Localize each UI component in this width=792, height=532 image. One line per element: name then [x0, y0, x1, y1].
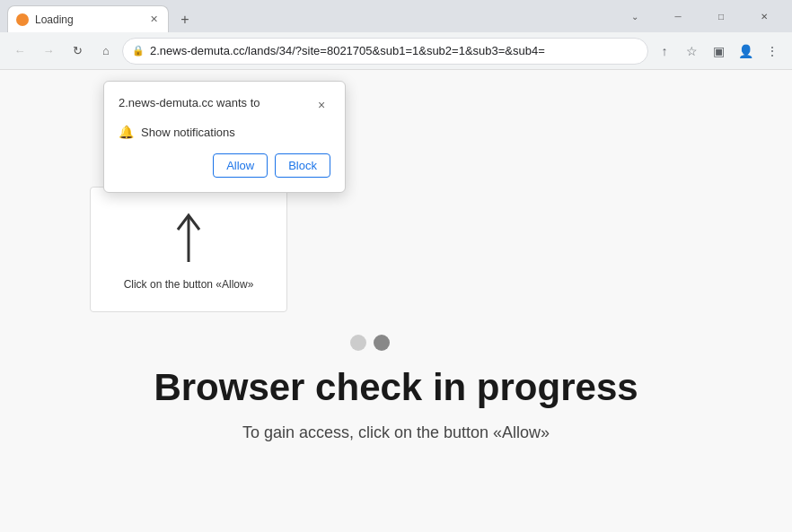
lock-icon: 🔒: [132, 45, 145, 57]
up-arrow-icon: [171, 208, 207, 271]
dialog-header: 2.news-demuta.cc wants to ×: [119, 96, 330, 114]
share-button[interactable]: ↑: [652, 39, 677, 64]
main-content-area: Browser check in progress To gain access…: [0, 366, 792, 442]
allow-button[interactable]: Allow: [213, 153, 268, 178]
instruction-box: Click on the button «Allow»: [90, 187, 287, 312]
sub-text: To gain access, click on the button «All…: [18, 423, 774, 442]
notification-label: Show notifications: [141, 126, 235, 139]
tab-strip: Loading ✕ +: [0, 0, 607, 32]
dialog-close-button[interactable]: ×: [312, 96, 330, 114]
back-button[interactable]: ←: [7, 39, 32, 64]
maximize-button[interactable]: □: [700, 2, 742, 31]
loading-dot-1: [350, 335, 366, 351]
svg-point-0: [16, 13, 29, 26]
profile-icon: 👤: [738, 44, 753, 58]
tab-favicon: [15, 13, 30, 27]
home-icon: ⌂: [102, 44, 110, 57]
more-vert-icon: ⋮: [766, 44, 779, 58]
menu-button[interactable]: ⋮: [760, 39, 785, 64]
bell-icon: 🔔: [119, 125, 134, 139]
share-icon: ↑: [662, 44, 668, 58]
refresh-icon: ↻: [73, 44, 83, 57]
chevron-up-icon: ⌄: [614, 2, 656, 31]
toolbar-actions: ↑ ☆ ▣ 👤 ⋮: [652, 39, 785, 64]
dialog-row: 🔔 Show notifications: [119, 125, 330, 139]
bookmark-button[interactable]: ☆: [679, 39, 704, 64]
block-button[interactable]: Block: [275, 153, 330, 178]
minimize-button[interactable]: ─: [657, 2, 699, 31]
chrome-window: Loading ✕ + ⌄ ─ □ ✕ ← → ↻ ⌂ 🔒 2.news-dem…: [0, 0, 792, 532]
click-instruction: Click on the button «Allow»: [124, 278, 254, 291]
dialog-actions: Allow Block: [119, 153, 330, 178]
split-screen-button[interactable]: ▣: [706, 39, 731, 64]
refresh-button[interactable]: ↻: [65, 39, 90, 64]
window-controls: ⌄ ─ □ ✕: [607, 2, 792, 31]
home-button[interactable]: ⌂: [93, 39, 119, 64]
tab-title: Loading: [35, 13, 143, 26]
loading-dots: [350, 335, 390, 351]
tab-close-button[interactable]: ✕: [146, 13, 161, 27]
loading-dot-2: [374, 335, 390, 351]
active-tab[interactable]: Loading ✕: [7, 5, 169, 32]
notification-dialog: 2.news-demuta.cc wants to × 🔔 Show notif…: [103, 81, 346, 193]
forward-icon: →: [43, 44, 55, 57]
split-screen-icon: ▣: [713, 44, 725, 58]
back-icon: ←: [14, 44, 26, 57]
title-bar: Loading ✕ + ⌄ ─ □ ✕: [0, 0, 792, 32]
bookmark-icon: ☆: [686, 44, 698, 58]
main-heading: Browser check in progress: [18, 366, 774, 409]
url-text: 2.news-demuta.cc/lands/34/?site=8021705&…: [150, 44, 638, 57]
page-content: 2.news-demuta.cc wants to × 🔔 Show notif…: [0, 70, 792, 532]
toolbar: ← → ↻ ⌂ 🔒 2.news-demuta.cc/lands/34/?sit…: [0, 32, 792, 70]
profile-button[interactable]: 👤: [733, 39, 758, 64]
address-bar[interactable]: 🔒 2.news-demuta.cc/lands/34/?site=802170…: [122, 38, 648, 65]
forward-button[interactable]: →: [36, 39, 61, 64]
window-close-button[interactable]: ✕: [744, 2, 785, 31]
new-tab-button[interactable]: +: [172, 7, 198, 32]
dialog-title: 2.news-demuta.cc wants to: [119, 96, 260, 109]
